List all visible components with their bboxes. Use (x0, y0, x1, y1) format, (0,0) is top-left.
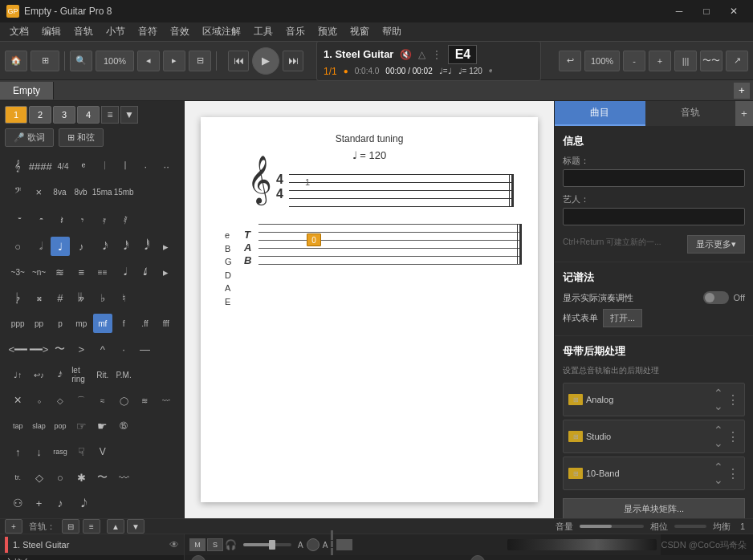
sharp-acc[interactable]: # (51, 288, 70, 307)
bars-btn[interactable]: ||| (674, 51, 697, 71)
rest-quarter[interactable]: 𝄽 (51, 211, 70, 230)
chord-button[interactable]: ⊞ 和弦 (59, 128, 104, 147)
zoom-pct-btn[interactable]: 100% (584, 51, 620, 71)
menu-item-edit[interactable]: 编辑 (35, 23, 67, 40)
show-matrix-button[interactable]: 显示单块矩阵... (563, 498, 745, 518)
lyrics-button[interactable]: 🎤 歌词 (5, 128, 54, 147)
tech-x[interactable]: × (8, 391, 27, 410)
menu-item-note[interactable]: 音符 (132, 23, 164, 40)
tech-slap[interactable]: slap (29, 416, 48, 436)
marcato[interactable]: ^ (93, 339, 112, 359)
track-eye-icon[interactable]: 👁 (169, 539, 179, 550)
nuplet[interactable]: ~n~ (29, 262, 48, 282)
btm-btn1[interactable]: ⊟ (62, 519, 79, 534)
mastering-menu-studio[interactable]: ⋮ (727, 429, 739, 444)
double-dot[interactable]: ·· (157, 156, 176, 176)
btm-btn2[interactable]: ≡ (83, 519, 100, 534)
tech-hand1[interactable]: ☞ (71, 416, 91, 436)
zoom-minus-btn[interactable]: - (623, 51, 645, 71)
arrow-up[interactable]: ↑ (8, 442, 27, 461)
rest-whole[interactable]: 𝄻 (8, 211, 27, 230)
barline[interactable]: 𝄀 (95, 156, 114, 176)
menu-item-measure[interactable]: 小节 (100, 23, 132, 40)
track-tab-more[interactable]: ≡ (101, 106, 119, 124)
track-tab-down[interactable]: ▼ (120, 106, 138, 124)
dyn-mf[interactable]: mf (93, 314, 112, 333)
undo-button[interactable]: ↩ (559, 51, 581, 71)
btm-up-btn[interactable]: ▲ (107, 519, 124, 534)
arrow-down[interactable]: ↓ (29, 442, 48, 461)
tech-hand2[interactable]: ☛ (93, 416, 112, 436)
triplet[interactable]: ~3~ (8, 262, 27, 282)
tech-whammy[interactable]: ⬦ (29, 391, 48, 410)
dyn-pp[interactable]: pp (29, 314, 48, 333)
tech-1[interactable]: ♩↑ (8, 365, 27, 384)
note-8th[interactable]: ♪ (71, 237, 91, 256)
cursor-btn[interactable]: ↗ (726, 51, 748, 71)
rest-8th[interactable]: 𝄾 (71, 211, 91, 230)
dyn-ff[interactable]: .ff (135, 314, 154, 333)
playback-toggle[interactable] (703, 291, 729, 304)
staccato-art[interactable]: · (114, 339, 133, 359)
rasg[interactable]: rasg (51, 442, 70, 461)
flat-acc2[interactable]: ♭ (93, 288, 112, 307)
note-16th[interactable]: 𝅘𝅥𝅯 (93, 237, 112, 256)
prev-button[interactable]: ⏮ (228, 51, 249, 71)
note-whole[interactable]: ○ (8, 237, 27, 256)
minimize-button[interactable]: ─ (666, 3, 692, 19)
mastering-arrow-10band[interactable]: ⌃⌄ (714, 461, 723, 486)
mastering-menu-10band[interactable]: ⋮ (727, 466, 739, 481)
menu-item-preview[interactable]: 预览 (311, 23, 344, 40)
tab-empty[interactable]: Empty (0, 82, 54, 99)
decrescendo[interactable]: ━━> (29, 339, 48, 359)
15mb-symbol[interactable]: 15mb (114, 182, 134, 201)
tech-trem[interactable]: ≋ (135, 391, 154, 410)
pan-knob[interactable] (307, 538, 320, 551)
note-flag[interactable]: ♪ (51, 493, 70, 513)
note-flag2[interactable]: 𝅘𝅥𝅮 (71, 493, 91, 513)
menu-item-effect[interactable]: 音效 (164, 23, 196, 40)
diamond[interactable]: ◇ (29, 468, 48, 487)
rest-32nd[interactable]: 𝅀 (114, 211, 133, 230)
dyn-ppp[interactable]: ppp (8, 314, 27, 333)
tr-sym[interactable]: tr. (8, 468, 27, 487)
asterisk[interactable]: ✱ (71, 468, 91, 487)
open-style-button[interactable]: 打开... (603, 309, 642, 327)
tenuto[interactable]: — (135, 339, 154, 359)
track-volume-fader[interactable] (243, 543, 291, 546)
bass-clef[interactable]: 𝄢 (8, 182, 27, 201)
menu-item-annotation[interactable]: 区域注解 (196, 23, 247, 40)
tab-song[interactable]: 曲目 (555, 101, 645, 126)
menu-item-track[interactable]: 音轨 (67, 23, 100, 40)
crescendo[interactable]: <━━ (8, 339, 27, 359)
clef-symbol[interactable]: 𝄞 (8, 156, 27, 176)
tech-vib2[interactable]: ≈ (93, 391, 112, 410)
master-pan-knob[interactable] (470, 555, 485, 560)
headphone-icon[interactable]: 🎧 (225, 539, 237, 550)
finger-1[interactable]: ☟ (71, 442, 91, 461)
artist-field-input[interactable] (563, 208, 745, 225)
zoom-up-button[interactable]: ▸ (163, 51, 185, 71)
volume-fader[interactable] (580, 525, 644, 528)
btm-down-btn[interactable]: ▼ (127, 519, 144, 534)
add-effect-btn[interactable]: + (649, 51, 671, 71)
time-4-4[interactable]: 4/4 (54, 156, 73, 176)
fader-thumb[interactable] (269, 540, 275, 550)
person-sym[interactable]: ⚇ (8, 493, 27, 513)
natural[interactable]: ♮ (114, 288, 133, 307)
finger-v[interactable]: V (93, 442, 112, 461)
track-tab-4[interactable]: 4 (77, 106, 100, 124)
tech-slide[interactable]: ◇ (51, 391, 70, 410)
grace-note[interactable]: 𝅘𝅥 (114, 262, 133, 282)
note-half[interactable]: 𝅗𝅥 (29, 237, 48, 256)
arrow-right[interactable]: ▸ (157, 262, 176, 282)
note-32nd[interactable]: 𝅘𝅥𝅰 (114, 237, 133, 256)
note-64th[interactable]: 𝅘𝅥𝅱 (135, 237, 154, 256)
tech-pop[interactable]: pop (51, 416, 70, 436)
acciaccatura[interactable]: 𝅘𝅥/ (135, 262, 154, 282)
menu-item-music[interactable]: 音乐 (279, 23, 311, 40)
track-tab-1[interactable]: 1 (5, 106, 27, 124)
tech-3[interactable]: 𝅘𝅥𝅮↑ (51, 365, 70, 384)
double-barline[interactable]: 𝄁 (116, 156, 135, 176)
mastering-arrow-analog[interactable]: ⌃⌄ (714, 387, 723, 412)
